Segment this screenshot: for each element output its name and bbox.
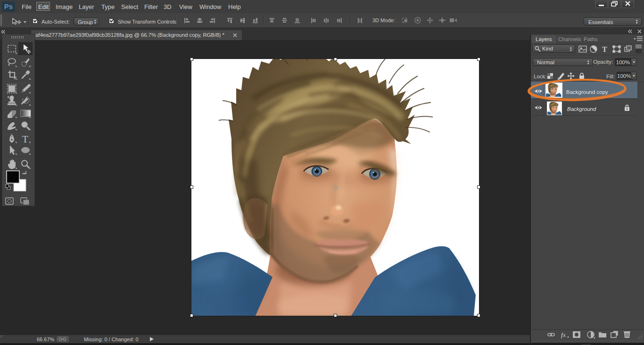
svg-text:T: T xyxy=(22,134,28,145)
svg-text:fx: fx xyxy=(561,332,566,338)
svg-text:T: T xyxy=(602,45,607,53)
svg-text:3D Mode:: 3D Mode: xyxy=(372,17,395,23)
